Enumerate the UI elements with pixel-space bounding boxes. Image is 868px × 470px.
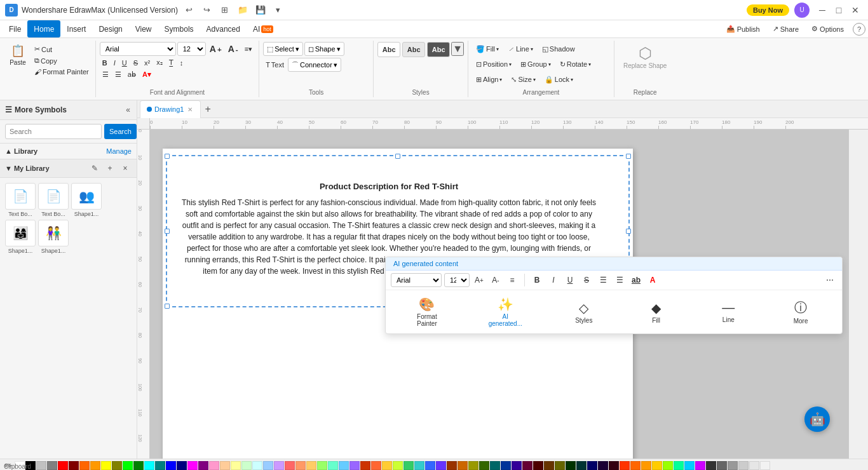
color-swatch[interactable] [533,461,543,470]
align-prop-btn[interactable]: ⊞ Align ▾ [472,72,506,86]
color-swatch[interactable] [414,461,424,470]
color-swatch[interactable] [339,461,349,470]
my-library-add-btn[interactable]: + [104,162,116,175]
ai-size-select[interactable]: 12 [444,273,470,287]
panel-collapse-btn[interactable]: « [125,104,132,116]
menu-ai[interactable]: AI hot [247,20,280,37]
color-swatch[interactable] [490,461,500,470]
decrease-font-btn[interactable]: A- [226,43,241,55]
color-swatch[interactable] [112,461,122,470]
new-btn[interactable]: ⊞ [217,3,233,18]
color-swatch[interactable] [295,461,306,470]
undo-btn[interactable]: ↩ [182,3,197,18]
close-btn[interactable]: ✕ [848,3,863,18]
color-swatch[interactable] [144,461,154,470]
ai-italic[interactable]: I [546,273,560,287]
underline-btn[interactable]: U [119,58,130,68]
textformat-btn[interactable]: T̲ [166,57,176,68]
superscript-btn[interactable]: x² [142,58,153,68]
color-swatch[interactable] [349,461,360,470]
align-btn[interactable]: ≡▾ [242,44,255,55]
subscript-btn[interactable]: x₂ [154,57,165,68]
font-name-select[interactable]: Arial [100,42,176,56]
color-swatch[interactable] [544,461,554,470]
cut-btn[interactable]: ✂ Cut [32,44,92,55]
color-swatch[interactable] [360,461,370,470]
handle-tl[interactable] [165,154,170,159]
handle-tr[interactable] [626,154,631,159]
color-swatch[interactable] [566,461,576,470]
ai-action-ai-generated[interactable]: ✨ AI generated... [484,294,527,330]
color-swatch[interactable] [252,461,262,470]
menu-design[interactable]: Design [92,20,128,37]
thumbnail-item[interactable]: 👫 Shape1... [38,220,69,254]
color-swatch[interactable] [447,461,457,470]
replace-shape-btn[interactable]: ⬡ Replace Shape [618,42,672,72]
ai-bold[interactable]: B [530,273,544,287]
font-size-select[interactable]: 12 [177,42,206,56]
color-swatch[interactable] [738,461,749,470]
color-swatch[interactable] [641,461,651,470]
fill-btn[interactable]: 🪣 Fill ▾ [472,42,503,56]
color-swatch[interactable] [198,461,208,470]
color-swatch[interactable] [425,461,435,470]
shadow-btn[interactable]: ◱ Shadow [538,42,579,56]
italic-btn[interactable]: I [111,58,118,68]
strikeout-btn[interactable]: ab̶ [125,69,139,80]
color-swatch[interactable] [36,461,46,470]
maximize-btn[interactable]: □ [831,3,846,18]
color-swatch[interactable] [263,461,273,470]
ai-fontcolor[interactable]: A [646,273,660,287]
color-swatch[interactable] [328,461,338,470]
size-btn[interactable]: ⤡ Size ▾ [507,72,539,86]
bold-btn[interactable]: B [100,58,110,68]
copy-btn[interactable]: ⧉ Copy [32,55,92,66]
handle-ml[interactable] [165,229,170,234]
color-swatch[interactable] [760,461,770,470]
manage-btn[interactable]: Manage [106,147,132,155]
menu-home[interactable]: Home [27,20,60,37]
color-swatch[interactable] [393,461,403,470]
format-painter-btn[interactable]: 🖌 Format Painter [32,67,92,77]
menu-insert[interactable]: Insert [60,20,92,37]
add-tab-btn[interactable]: + [202,104,213,115]
color-swatch[interactable] [274,461,284,470]
color-swatch[interactable] [209,461,219,470]
color-swatch[interactable] [706,461,716,470]
color-swatch[interactable] [522,461,532,470]
color-swatch[interactable] [674,461,684,470]
color-swatch[interactable] [306,461,316,470]
color-swatch[interactable] [285,461,295,470]
menu-file[interactable]: File [3,20,27,37]
handle-tm[interactable] [395,154,400,159]
color-swatch[interactable] [663,461,673,470]
color-swatch[interactable] [166,461,176,470]
search-input[interactable] [5,124,102,139]
styles-more-btn[interactable]: ▼ [451,42,464,56]
handle-bl[interactable] [165,304,170,309]
lock-btn[interactable]: 🔒 Lock ▾ [541,72,577,86]
rotate-btn[interactable]: ↻ Rotate ▾ [556,57,595,71]
color-swatch[interactable] [403,461,414,470]
color-swatch[interactable] [101,461,111,470]
canvas-scroll[interactable]: Product Description for Red T-Shirt This… [150,130,868,459]
linespacing-btn[interactable]: ↕ [177,58,186,68]
color-swatch[interactable] [47,461,57,470]
color-swatch[interactable] [79,461,90,470]
color-swatch[interactable] [576,461,587,470]
my-library-title[interactable]: ▼ My Library [5,164,50,172]
handle-mr[interactable] [626,229,631,234]
ai-increase-font[interactable]: A+ [472,273,486,287]
ai-list[interactable]: ☰ [596,273,610,287]
ai-collapse-right[interactable]: ⋯ [823,273,837,287]
group-btn[interactable]: ⊞ Group ▾ [517,57,555,71]
ai-numlist[interactable]: ☰ [613,273,627,287]
ai-textcolor[interactable]: ab [629,273,643,287]
color-swatch[interactable] [58,461,68,470]
my-library-edit-btn[interactable]: ✎ [88,162,101,175]
thumbnail-item[interactable]: 📄 Text Bo... [38,183,69,217]
color-swatch[interactable] [555,461,565,470]
ai-action-format-painter[interactable]: 🎨 Format Painter [411,294,443,330]
color-swatch[interactable] [177,461,187,470]
library-title[interactable]: ▲ Library [5,147,37,155]
